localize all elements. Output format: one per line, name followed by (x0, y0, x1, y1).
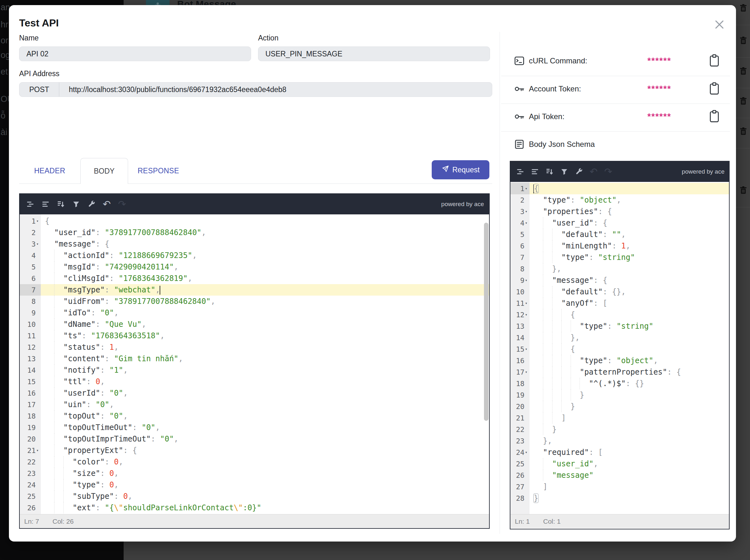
name-input[interactable] (19, 46, 251, 61)
gutter-line-number[interactable]: 10 (20, 319, 41, 330)
close-button[interactable] (712, 18, 726, 32)
code-line[interactable]: "ts": "1768364363518", (41, 330, 489, 341)
gutter-line-number[interactable]: 5 (510, 229, 530, 240)
gutter-line-number[interactable]: 2 (510, 194, 530, 206)
copy-curl-button[interactable] (707, 53, 721, 68)
action-input[interactable] (258, 46, 490, 61)
code-line[interactable]: "message" (530, 469, 729, 481)
code-line[interactable]: "userId": "0", (41, 387, 489, 399)
code-line[interactable]: "actionId": "12188669679235", (41, 250, 489, 261)
code-line[interactable]: { (530, 343, 729, 355)
code-line[interactable]: "dName": "Que Vu", (41, 319, 489, 330)
redo-icon[interactable]: ↷ (117, 199, 127, 209)
code-line[interactable]: "subType": 0, (41, 491, 489, 502)
tab-body[interactable]: BODY (80, 158, 128, 184)
code-line[interactable]: "required": [ (530, 446, 729, 458)
code-line[interactable]: { (41, 215, 489, 227)
gutter-line-number[interactable]: 22 (510, 424, 530, 435)
code-line[interactable]: "type": "string" (530, 252, 729, 263)
gutter-line-number[interactable]: 15▾ (510, 343, 530, 355)
code-line[interactable]: "default": {}, (530, 286, 729, 298)
code-line[interactable]: "default": "", (530, 229, 729, 240)
code-line[interactable]: "uidFrom": "3789177007888462840", (41, 296, 489, 307)
api-address-bar[interactable]: POST http://localhost:3030/public/functi… (19, 82, 492, 97)
code-line[interactable]: "uin": "0", (41, 399, 489, 410)
code-line[interactable]: ] (530, 481, 729, 493)
gutter-line-number[interactable]: 12▾ (510, 309, 530, 320)
code-line[interactable]: "user_id", (530, 458, 729, 469)
format-align-icon[interactable] (40, 199, 51, 209)
code-line[interactable]: "msgId": "7429090420114", (41, 261, 489, 273)
gutter-line-number[interactable]: 1▾ (510, 183, 530, 194)
code-line[interactable]: "type": "string" (530, 320, 729, 332)
filter-icon[interactable] (559, 166, 570, 177)
gutter-line-number[interactable]: 19 (510, 389, 530, 401)
gutter-line-number[interactable]: 3▾ (510, 206, 530, 217)
gutter-line-number[interactable]: 16 (510, 355, 530, 366)
gutter-line-number[interactable]: 7 (20, 284, 41, 296)
code-line[interactable]: }, (530, 435, 729, 446)
redo-icon[interactable]: ↷ (603, 166, 614, 177)
code-line[interactable]: "status": 1, (41, 341, 489, 353)
gutter-line-number[interactable]: 23 (20, 467, 41, 479)
code-line[interactable]: "type": "object", (530, 355, 729, 366)
body-editor-code[interactable]: {"user_id": "3789177007888462840","messa… (41, 214, 489, 514)
wrench-icon[interactable] (86, 199, 97, 209)
gutter-line-number[interactable]: 24 (20, 479, 41, 491)
code-line[interactable]: }, (530, 263, 729, 275)
gutter-line-number[interactable]: 17▾ (510, 366, 530, 378)
gutter-line-number[interactable]: 2 (20, 227, 41, 238)
schema-editor-content[interactable]: 1▾23▾4▾56789▾1011▾12▾131415▾1617▾1819202… (510, 182, 729, 514)
gutter-line-number[interactable]: 5 (20, 261, 41, 273)
copy-api-token-button[interactable] (707, 109, 721, 124)
code-line[interactable]: "topOut": "0", (41, 410, 489, 422)
code-line[interactable]: "message": { (530, 275, 729, 286)
request-button[interactable]: Request (432, 160, 489, 179)
tab-response[interactable]: RESPONSE (128, 158, 189, 183)
code-line[interactable]: "content": "Gim tin nhắn", (41, 353, 489, 364)
gutter-line-number[interactable]: 26 (510, 469, 530, 481)
code-line[interactable]: } (530, 401, 729, 412)
undo-icon[interactable]: ↶ (588, 166, 599, 177)
code-line[interactable]: "minLength": 1, (530, 240, 729, 252)
code-line[interactable]: "type": "object", (530, 194, 729, 206)
gutter-line-number[interactable]: 9 (20, 307, 41, 319)
gutter-line-number[interactable]: 21 (510, 412, 530, 424)
code-line[interactable]: "notify": "1", (41, 364, 489, 376)
gutter-line-number[interactable]: 18 (20, 410, 41, 422)
format-compact-icon[interactable] (515, 166, 526, 177)
code-line[interactable]: "ext": "{\"shouldParseLinkOrContact\":0}… (41, 502, 489, 514)
code-line[interactable]: "topOutTimeOut": "0", (41, 422, 489, 433)
code-line[interactable]: "user_id": "3789177007888462840", (41, 227, 489, 238)
gutter-line-number[interactable]: 19 (20, 422, 41, 433)
gutter-line-number[interactable]: 21▾ (20, 445, 41, 456)
code-line[interactable]: "cliMsgId": "1768364362819", (41, 273, 489, 284)
code-line[interactable]: "^(.*)$": {} (530, 378, 729, 389)
code-line[interactable]: "user_id": { (530, 217, 729, 229)
format-align-icon[interactable] (530, 166, 540, 177)
gutter-line-number[interactable]: 20 (510, 401, 530, 412)
copy-account-token-button[interactable] (707, 81, 721, 97)
gutter-line-number[interactable]: 27 (510, 481, 530, 493)
code-line[interactable]: ] (530, 412, 729, 424)
gutter-line-number[interactable]: 25 (510, 458, 530, 469)
gutter-line-number[interactable]: 26 (20, 502, 41, 514)
code-line[interactable]: "ttl": 0, (41, 376, 489, 387)
code-line[interactable]: "message": { (41, 238, 489, 250)
gutter-line-number[interactable]: 11▾ (510, 298, 530, 309)
gutter-line-number[interactable]: 13 (510, 320, 530, 332)
undo-icon[interactable]: ↶ (101, 199, 112, 209)
gutter-line-number[interactable]: 8 (20, 296, 41, 307)
gutter-line-number[interactable]: 16 (20, 387, 41, 399)
code-line[interactable]: "topOutImprTimeOut": "0", (41, 433, 489, 445)
gutter-line-number[interactable]: 12 (20, 341, 41, 353)
gutter-line-number[interactable]: 10 (510, 286, 530, 298)
body-editor-scrollbar[interactable] (484, 223, 489, 421)
gutter-line-number[interactable]: 23 (510, 435, 530, 446)
gutter-line-number[interactable]: 4▾ (510, 217, 530, 229)
code-line[interactable]: } (530, 493, 729, 504)
gutter-line-number[interactable]: 8 (510, 263, 530, 275)
code-line[interactable]: "msgType": "webchat", (41, 284, 489, 296)
schema-editor-code[interactable]: {"type": "object","properties": {"user_i… (530, 182, 729, 514)
gutter-line-number[interactable]: 6 (510, 240, 530, 252)
